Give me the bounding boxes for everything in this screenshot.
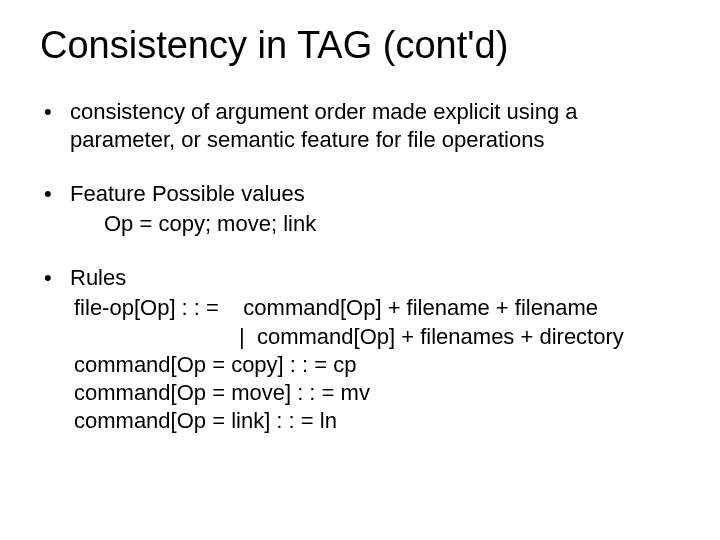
bullet-rules: Rules file-op[Op] : : = command[Op] + fi…	[40, 264, 680, 435]
rule-line-1: file-op[Op] : : = command[Op] + filename…	[74, 294, 680, 322]
feature-sub: Op = copy; move; link	[70, 210, 680, 238]
rule-line-1b: | command[Op] + filenames + directory	[74, 323, 680, 351]
slide-title: Consistency in TAG (cont'd)	[40, 24, 680, 68]
intro-text: consistency of argument order made expli…	[70, 99, 577, 152]
bullet-intro: consistency of argument order made expli…	[40, 98, 680, 154]
rules-label: Rules	[70, 265, 126, 290]
rules-sub: file-op[Op] : : = command[Op] + filename…	[70, 294, 680, 435]
bullet-feature: Feature Possible values Op = copy; move;…	[40, 180, 680, 238]
feature-line: Op = copy; move; link	[104, 210, 680, 238]
feature-label: Feature Possible values	[70, 181, 305, 206]
rule-line-3: command[Op = move] : : = mv	[74, 379, 680, 407]
slide: Consistency in TAG (cont'd) consistency …	[0, 0, 720, 540]
bullet-list: consistency of argument order made expli…	[40, 98, 680, 436]
rule-line-2: command[Op = copy] : : = cp	[74, 351, 680, 379]
rule-line-4: command[Op = link] : : = ln	[74, 407, 680, 435]
